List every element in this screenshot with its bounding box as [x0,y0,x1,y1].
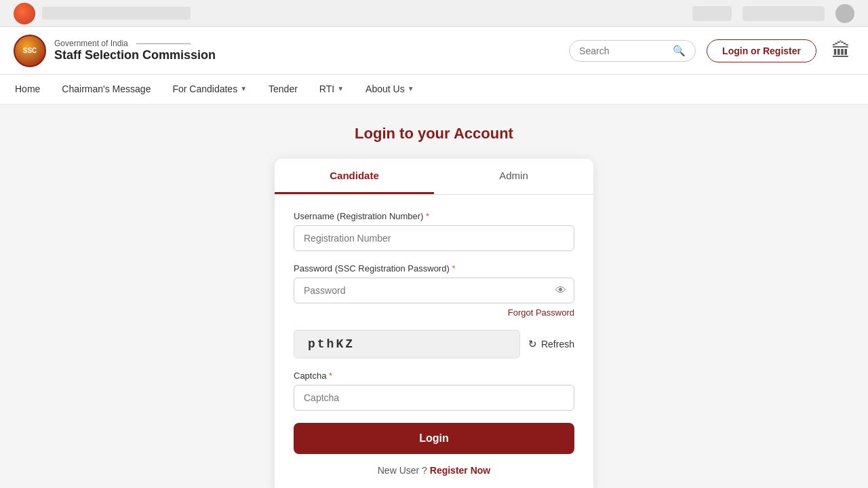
nav-about-us[interactable]: About Us ▼ [364,75,416,105]
captcha-row: pthKZ ↻ Refresh [294,330,574,358]
gov-india-label: Government of India [54,39,128,48]
password-input[interactable] [294,278,574,303]
nav-rti-label: RTI [319,83,334,94]
nav-tender[interactable]: Tender [267,75,299,105]
required-star-captcha: * [329,371,332,381]
top-bar-right: हिंदी Screen Reader [692,4,854,23]
register-row: New User ? Register Now [294,465,574,476]
chevron-down-icon-about: ▼ [408,85,414,92]
main-content: Login to your Account Candidate Admin Us… [0,105,868,488]
nav-rti[interactable]: RTI ▼ [318,75,345,105]
password-label: Password (SSC Registration Password) * [294,263,574,274]
username-label-text: Username (Registration Number) [294,211,423,221]
captcha-label-text: Captcha [294,371,326,381]
search-icon: 🔍 [673,45,686,57]
chevron-down-icon: ▼ [240,85,247,92]
nav-home[interactable]: Home [14,75,41,105]
username-group: Username (Registration Number) * [294,211,574,251]
ssc-name-label: Staff Selection Commission [54,48,216,62]
screen-reader-button[interactable]: Screen Reader [743,6,825,21]
captcha-group: Captcha * [294,371,574,411]
login-card: Candidate Admin Username (Registration N… [275,159,593,488]
new-user-text: New User ? [378,465,427,476]
header-right: 🔍 Login or Register 🏛 [569,35,854,67]
header-title-block: Government of India Staff Selection Comm… [54,39,216,62]
gov-line-divider [136,43,191,44]
forgot-password-link[interactable]: Forgot Password [294,307,574,318]
login-title: Login to your Account [355,125,513,143]
register-now-link[interactable]: Register Now [430,465,490,476]
nav-for-candidates-label: For Candidates [172,83,237,94]
nav-about-us-label: About Us [366,83,405,94]
main-nav: Home Chairman's Message For Candidates ▼… [0,75,868,105]
username-input[interactable] [294,225,574,251]
captcha-input[interactable] [294,385,574,411]
search-box[interactable]: 🔍 [569,40,696,62]
top-bar: Staff Selection Commission हिंदी Screen … [0,0,868,27]
tab-admin[interactable]: Admin [434,159,593,194]
refresh-icon: ↻ [528,338,537,350]
search-input[interactable] [579,45,667,56]
required-star-password: * [452,263,455,274]
password-group: Password (SSC Registration Password) * 👁… [294,263,574,318]
password-wrapper: 👁 [294,278,574,303]
eye-icon[interactable]: 👁 [555,284,566,297]
refresh-label: Refresh [541,339,574,350]
top-bar-logo [14,3,35,24]
header: SSC Government of India Staff Selection … [0,27,868,75]
login-form: Username (Registration Number) * Passwor… [275,195,593,476]
ssc-emblem: SSC [14,35,46,67]
required-star-username: * [426,211,429,221]
login-register-button[interactable]: Login or Register [707,39,816,62]
top-bar-left: Staff Selection Commission [14,3,191,24]
login-tabs: Candidate Admin [275,159,593,195]
captcha-label: Captcha * [294,371,574,381]
captcha-display: pthKZ [294,330,520,358]
nav-for-candidates[interactable]: For Candidates ▼ [171,75,248,105]
nav-chairmans-message[interactable]: Chairman's Message [60,75,152,105]
ashoka-emblem: 🏛 [827,35,854,67]
password-label-text: Password (SSC Registration Password) [294,263,450,274]
username-label: Username (Registration Number) * [294,211,574,221]
header-left: SSC Government of India Staff Selection … [14,35,216,67]
top-bar-avatar [835,4,854,23]
hindi-button[interactable]: हिंदी [692,6,732,21]
gov-text: Government of India [54,39,216,48]
chevron-down-icon-rti: ▼ [337,85,344,92]
top-bar-site-name: Staff Selection Commission [42,7,191,20]
refresh-button[interactable]: ↻ Refresh [528,338,574,350]
login-button[interactable]: Login [294,423,574,454]
tab-candidate[interactable]: Candidate [275,159,434,194]
